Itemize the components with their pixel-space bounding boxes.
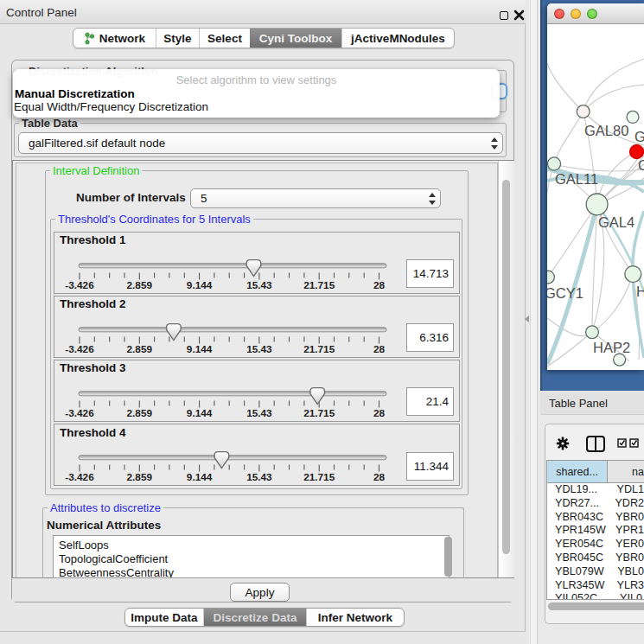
svg-text:GCY1: GCY1 bbox=[547, 285, 583, 301]
svg-text:H: H bbox=[636, 284, 644, 299]
svg-text:-3.426: -3.426 bbox=[65, 407, 94, 419]
svg-text:GAL11: GAL11 bbox=[555, 171, 598, 187]
svg-text:28: 28 bbox=[373, 407, 386, 419]
svg-text:9.144: 9.144 bbox=[187, 407, 213, 419]
svg-text:GAL4: GAL4 bbox=[598, 214, 634, 230]
svg-text:28: 28 bbox=[373, 343, 386, 355]
svg-text:-3.426: -3.426 bbox=[65, 471, 94, 483]
svg-text:-3.426: -3.426 bbox=[65, 279, 94, 291]
svg-text:15.43: 15.43 bbox=[246, 343, 272, 355]
svg-text:28: 28 bbox=[373, 279, 386, 291]
svg-text:15.43: 15.43 bbox=[246, 471, 272, 483]
svg-text:2.859: 2.859 bbox=[127, 279, 153, 291]
svg-text:9.144: 9.144 bbox=[187, 343, 213, 355]
svg-text:GAL80: GAL80 bbox=[584, 123, 628, 138]
svg-text:21.715: 21.715 bbox=[303, 343, 335, 355]
svg-text:15.43: 15.43 bbox=[246, 279, 272, 291]
svg-text:2.859: 2.859 bbox=[127, 471, 153, 483]
svg-text:-3.426: -3.426 bbox=[65, 343, 94, 355]
svg-text:C: C bbox=[638, 157, 644, 173]
svg-text:9.144: 9.144 bbox=[187, 279, 213, 291]
svg-text:28: 28 bbox=[373, 471, 386, 483]
svg-text:21.715: 21.715 bbox=[303, 279, 335, 291]
svg-text:21.715: 21.715 bbox=[303, 471, 335, 483]
svg-text:21.715: 21.715 bbox=[303, 407, 335, 419]
svg-text:HAP2: HAP2 bbox=[593, 340, 630, 355]
svg-text:2.859: 2.859 bbox=[127, 343, 153, 355]
svg-text:15.43: 15.43 bbox=[246, 407, 272, 419]
svg-text:G.: G. bbox=[634, 129, 644, 144]
svg-text:9.144: 9.144 bbox=[187, 471, 213, 483]
svg-text:2.859: 2.859 bbox=[127, 407, 153, 419]
